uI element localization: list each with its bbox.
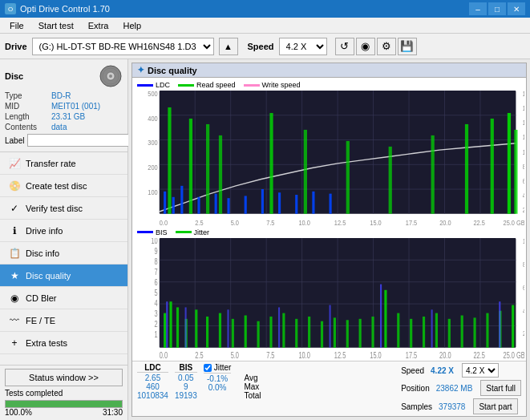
svg-text:22.5: 22.5 bbox=[473, 350, 484, 359]
svg-text:0.0: 0.0 bbox=[160, 218, 168, 225]
svg-rect-39 bbox=[261, 189, 264, 214]
samples-row: Samples 379378 Start part bbox=[401, 398, 521, 414]
chart-header: ✦ Disc quality bbox=[132, 63, 526, 78]
disc-icon bbox=[99, 64, 123, 88]
scan-button[interactable]: ◉ bbox=[356, 38, 375, 55]
extra-tests-icon: + bbox=[8, 337, 21, 349]
nav-cd-bler[interactable]: ◉ CD Bler bbox=[0, 287, 127, 309]
svg-rect-99 bbox=[176, 307, 179, 347]
legend-read-color bbox=[178, 84, 194, 87]
nav-fe-te[interactable]: 〰 FE / TE bbox=[0, 309, 127, 332]
svg-rect-109 bbox=[295, 319, 297, 348]
bis-header: BIS bbox=[175, 363, 197, 373]
svg-rect-118 bbox=[410, 319, 412, 348]
svg-rect-126 bbox=[512, 305, 514, 347]
create-test-disc-icon: 📀 bbox=[8, 180, 21, 192]
svg-rect-56 bbox=[514, 130, 517, 214]
status-text: Tests completed bbox=[5, 389, 63, 398]
svg-rect-45 bbox=[189, 119, 192, 214]
svg-rect-121 bbox=[448, 319, 451, 348]
start-part-button[interactable]: Start part bbox=[473, 398, 517, 414]
samples-label: Samples bbox=[401, 402, 432, 411]
position-row: Position 23862 MB Start full bbox=[401, 380, 521, 396]
svg-text:12.5: 12.5 bbox=[334, 350, 346, 359]
settings-button[interactable]: ⚙ bbox=[377, 38, 396, 55]
svg-text:10.0: 10.0 bbox=[298, 350, 310, 359]
svg-rect-110 bbox=[308, 317, 310, 348]
save-button[interactable]: 💾 bbox=[398, 38, 417, 55]
nav-transfer-rate[interactable]: 📈 Transfer rate bbox=[0, 152, 127, 175]
nav-verify-test-disc-label: Verify test disc bbox=[26, 204, 83, 213]
nav-transfer-rate-label: Transfer rate bbox=[26, 159, 76, 168]
svg-text:5: 5 bbox=[155, 289, 158, 297]
svg-rect-129 bbox=[227, 309, 229, 348]
svg-rect-43 bbox=[330, 194, 332, 214]
svg-rect-134 bbox=[499, 301, 500, 348]
legend-jitter-label: Jitter bbox=[194, 228, 210, 236]
position-value: 23862 MB bbox=[436, 384, 473, 393]
nav-create-test-disc[interactable]: 📀 Create test disc bbox=[0, 175, 127, 197]
refresh-button[interactable]: ↺ bbox=[335, 38, 354, 55]
maximize-button[interactable]: □ bbox=[488, 2, 506, 15]
menu-extra[interactable]: Extra bbox=[82, 19, 115, 32]
top-chart-svg: 500 400 300 200 100 18X 16X 14X 12X 10X … bbox=[134, 91, 524, 225]
svg-rect-128 bbox=[185, 307, 187, 347]
nav-disc-info[interactable]: 📋 Disc info bbox=[0, 242, 127, 265]
svg-rect-115 bbox=[371, 317, 374, 348]
jitter-checkbox[interactable] bbox=[204, 364, 212, 372]
max-bis: 9 bbox=[175, 382, 197, 391]
svg-rect-127 bbox=[166, 301, 168, 348]
svg-text:7: 7 bbox=[155, 268, 158, 277]
menu-help[interactable]: Help bbox=[116, 19, 148, 32]
nav-drive-info[interactable]: ℹ Drive info bbox=[0, 220, 127, 242]
app-icon: O bbox=[5, 3, 16, 14]
start-full-button[interactable]: Start full bbox=[480, 380, 521, 396]
speed-value: 4.22 X bbox=[431, 366, 454, 375]
sidebar: Disc Type BD-R MID MEIT01 (001) bbox=[0, 59, 128, 420]
chart-header-icon: ✦ bbox=[137, 65, 144, 75]
svg-rect-36 bbox=[215, 194, 217, 214]
close-button[interactable]: ✕ bbox=[508, 2, 525, 15]
svg-rect-49 bbox=[304, 130, 307, 214]
svg-text:8X: 8X bbox=[523, 163, 524, 171]
svg-rect-50 bbox=[346, 141, 350, 214]
svg-rect-35 bbox=[197, 197, 200, 214]
svg-text:10: 10 bbox=[151, 238, 157, 245]
speed-select[interactable]: 4.2 X bbox=[279, 38, 327, 55]
svg-rect-123 bbox=[473, 317, 475, 347]
svg-text:100: 100 bbox=[148, 188, 158, 196]
fe-te-icon: 〰 bbox=[8, 314, 21, 327]
svg-text:25.0 GB: 25.0 GB bbox=[504, 350, 524, 359]
svg-rect-112 bbox=[334, 317, 336, 347]
speed-control-select[interactable]: 4.2 X bbox=[462, 363, 499, 378]
minimize-button[interactable]: – bbox=[469, 2, 487, 15]
label-input[interactable] bbox=[27, 134, 131, 147]
ldc-stat-col: LDC 2.65 460 1010834 bbox=[137, 363, 168, 400]
jitter-header-row: Jitter bbox=[204, 363, 232, 374]
nav-verify-test-disc[interactable]: ✓ Verify test disc bbox=[0, 197, 127, 220]
drive-select[interactable]: (G:) HL-DT-ST BD-RE WH16NS48 1.D3 bbox=[32, 38, 214, 55]
svg-rect-133 bbox=[431, 309, 433, 348]
svg-point-2 bbox=[109, 75, 112, 78]
legend-ldc-label: LDC bbox=[156, 81, 170, 89]
svg-rect-55 bbox=[508, 113, 511, 214]
menu-start-test[interactable]: Start test bbox=[32, 19, 80, 32]
speed-label: Speed bbox=[401, 366, 424, 375]
status-window-button[interactable]: Status window >> bbox=[5, 369, 123, 386]
svg-text:17.5: 17.5 bbox=[406, 350, 417, 359]
menu-file[interactable]: File bbox=[3, 19, 30, 32]
eject-button[interactable]: ▲ bbox=[219, 38, 238, 55]
svg-rect-97 bbox=[164, 313, 166, 347]
drive-info-icon: ℹ bbox=[8, 224, 21, 237]
mid-label: MID bbox=[5, 102, 51, 111]
nav-disc-quality[interactable]: ★ Disc quality bbox=[0, 265, 127, 287]
svg-rect-124 bbox=[486, 313, 488, 347]
max-ldc: 460 bbox=[137, 382, 168, 391]
svg-text:300: 300 bbox=[148, 138, 158, 147]
bottom-chart-svg: 10 9 8 7 6 5 4 3 2 1 10% 8% bbox=[134, 238, 524, 359]
legend-write-label: Write speed bbox=[262, 81, 301, 89]
top-chart-svg-wrapper: 500 400 300 200 100 18X 16X 14X 12X 10X … bbox=[134, 91, 524, 225]
chart-container: ✦ Disc quality LDC Read speed bbox=[131, 63, 527, 417]
right-controls: Speed 4.22 X 4.2 X Position 23862 MB Sta… bbox=[401, 363, 521, 414]
nav-extra-tests[interactable]: + Extra tests bbox=[0, 332, 127, 354]
